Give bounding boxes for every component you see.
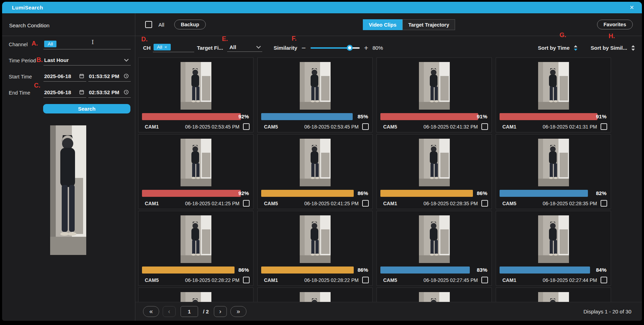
result-card[interactable]: 91% CAM1 06-18-2025 02:41:31 PM (496, 57, 611, 132)
clip-thumbnail (181, 215, 211, 263)
clip-checkbox[interactable] (481, 123, 488, 130)
search-button[interactable]: Search (43, 104, 130, 113)
target-filter-value: All (229, 44, 236, 50)
similarity-percent: 86% (358, 190, 368, 197)
result-card[interactable]: 83% CAM5 06-18-2025 02:27:45 PM (377, 211, 492, 286)
similarity-bar-row: 91% (500, 113, 607, 120)
sort-by-time[interactable]: Sort by Time (538, 45, 577, 51)
clip-checkbox[interactable] (243, 200, 250, 207)
minus-icon[interactable]: − (301, 44, 306, 51)
sort-desc-icon[interactable] (574, 49, 577, 51)
start-clock-input[interactable]: 01:53:52 PM (88, 72, 131, 82)
backup-button[interactable]: Backup (174, 20, 206, 29)
result-card[interactable]: 92% CAM1 06-18-2025 02:41:25 PM (138, 134, 253, 209)
channel-input[interactable]: All (43, 40, 131, 49)
time-period-select[interactable]: Last Hour (43, 56, 131, 65)
current-page-input[interactable]: 1 (181, 306, 198, 317)
calendar-icon[interactable] (79, 90, 84, 95)
clip-checkbox[interactable] (362, 277, 369, 283)
clip-checkbox[interactable] (481, 200, 488, 207)
result-card[interactable]: 91% CAM5 06-18-2025 02:41:32 PM (377, 57, 492, 132)
camera-label: CAM5 (264, 201, 278, 206)
clip-checkbox[interactable] (481, 277, 488, 283)
timestamp-label: 06-18-2025 02:28:35 PM (423, 201, 478, 206)
channel-chip[interactable]: All (44, 41, 56, 47)
prev-page-button[interactable]: ‹ (163, 306, 176, 317)
annotation-d: D. (141, 36, 148, 43)
sort-asc-icon[interactable] (574, 45, 577, 47)
favorites-button[interactable]: Favorites (597, 20, 633, 29)
result-card[interactable] (496, 288, 611, 302)
end-clock-input[interactable]: 02:53:52 PM (88, 88, 131, 98)
sort-by-similarity[interactable]: Sort by Simil... (591, 45, 635, 51)
clip-thumbnail (300, 215, 331, 263)
sort-desc-icon[interactable] (631, 49, 635, 51)
title-bar: LumiSearch ✕ (2, 2, 642, 13)
similarity-bar-row: 91% (380, 113, 488, 120)
target-filter-select[interactable]: All (227, 44, 262, 52)
similarity-bar-row: 85% (261, 113, 369, 120)
timestamp-label: 06-18-2025 02:41:25 PM (304, 201, 359, 206)
similarity-bar-row: 82% (500, 190, 607, 197)
result-card[interactable]: 84% CAM1 06-18-2025 02:27:44 PM (496, 211, 611, 286)
similarity-slider[interactable] (311, 47, 360, 49)
timestamp-label: 06-18-2025 02:41:31 PM (543, 124, 597, 130)
ch-filter-chip[interactable]: All× (154, 44, 171, 50)
plus-icon[interactable]: + (364, 44, 368, 51)
calendar-icon[interactable] (79, 74, 84, 78)
camera-label: CAM1 (383, 201, 397, 206)
similarity-bar (500, 113, 597, 120)
similarity-bar-row: 86% (261, 190, 369, 197)
panel-title: Search Condition (2, 13, 135, 36)
chip-remove-icon[interactable]: × (164, 44, 167, 50)
search-condition-panel: Search Condition Channel All Time Period… (2, 13, 135, 321)
clip-checkbox[interactable] (243, 123, 250, 130)
clip-checkbox[interactable] (362, 200, 369, 207)
result-card[interactable] (257, 288, 373, 302)
result-card[interactable] (138, 288, 253, 302)
result-card[interactable]: 82% CAM5 06-18-2025 02:28:35 PM (496, 134, 611, 209)
clip-thumbnail (538, 292, 569, 302)
clip-checkbox[interactable] (362, 123, 369, 130)
close-icon[interactable]: ✕ (630, 4, 634, 11)
next-page-button[interactable]: › (214, 306, 227, 317)
timestamp-label: 06-18-2025 02:28:22 PM (304, 277, 359, 283)
clock-icon[interactable] (124, 90, 129, 95)
start-date-input[interactable]: 2025-06-18 (43, 72, 86, 82)
clip-checkbox[interactable] (601, 200, 607, 207)
result-card[interactable]: 86% CAM1 06-18-2025 02:28:22 PM (257, 211, 373, 286)
camera-label: CAM1 (145, 124, 159, 130)
similarity-percent: 91% (477, 113, 487, 120)
similarity-percent: 92% (238, 113, 249, 120)
clip-checkbox[interactable] (601, 277, 607, 283)
ch-filter-input[interactable]: All× (153, 44, 194, 52)
slider-thumb[interactable] (347, 45, 353, 51)
result-card[interactable]: 86% CAM5 06-18-2025 02:41:25 PM (257, 134, 373, 209)
result-card[interactable] (377, 288, 492, 302)
result-card[interactable]: 85% CAM5 06-18-2025 02:53:45 PM (257, 57, 373, 132)
clip-checkbox[interactable] (601, 123, 607, 130)
similarity-bar (261, 113, 353, 120)
clock-icon[interactable] (124, 74, 129, 78)
first-page-button[interactable]: « (143, 306, 159, 317)
channel-field: Channel All (2, 40, 131, 49)
select-all-label: All (158, 22, 164, 28)
clip-thumbnail (181, 139, 211, 186)
result-card[interactable]: 92% CAM1 06-18-2025 02:53:45 PM (138, 57, 253, 132)
result-card[interactable]: 86% CAM1 06-18-2025 02:28:35 PM (377, 134, 492, 209)
similarity-percent: 82% (596, 190, 606, 197)
end-date-input[interactable]: 2025-06-18 (43, 88, 86, 98)
similarity-bar (142, 113, 241, 120)
tab-video-clips[interactable]: Video Clips (363, 19, 402, 30)
result-card[interactable]: 86% CAM5 06-18-2025 02:28:22 PM (138, 211, 253, 286)
select-all-checkbox[interactable] (145, 21, 152, 28)
last-page-button[interactable]: » (230, 306, 246, 317)
start-time-label: Start Time (2, 74, 43, 82)
similarity-bar-row: 92% (142, 190, 250, 197)
similarity-bar (380, 267, 470, 274)
clip-thumbnail (419, 215, 450, 263)
similarity-percent: 86% (358, 267, 368, 274)
clip-checkbox[interactable] (243, 277, 250, 283)
sort-asc-icon[interactable] (631, 45, 635, 47)
tab-target-trajectory[interactable]: Target Trajectory (402, 19, 455, 30)
